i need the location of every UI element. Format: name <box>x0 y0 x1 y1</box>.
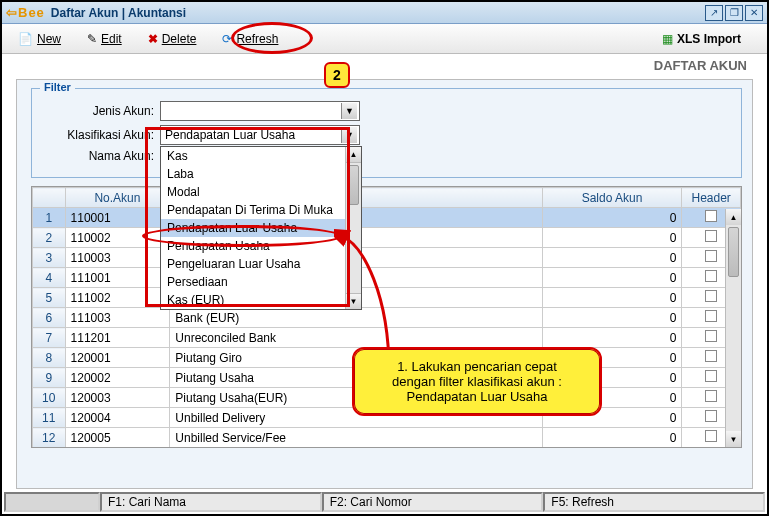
checkbox-icon[interactable] <box>705 350 717 362</box>
dropdown-option[interactable]: Persediaan <box>161 273 361 291</box>
dropdown-option-selected[interactable]: Pendapatan Luar Usaha <box>161 219 361 237</box>
detach-button[interactable]: ↗ <box>705 5 723 21</box>
app-logo: ⇦Bee <box>6 5 45 20</box>
cell-saldo: 0 <box>542 268 682 288</box>
table-row[interactable]: 11100010 <box>33 208 741 228</box>
checkbox-icon[interactable] <box>705 430 717 442</box>
table-row[interactable]: 31100030 <box>33 248 741 268</box>
checkbox-icon[interactable] <box>705 250 717 262</box>
col-saldo[interactable]: Saldo Akun <box>542 188 682 208</box>
status-f5: F5: Refresh <box>543 492 765 512</box>
row-number: 8 <box>33 348 66 368</box>
annotation-callout-1: 1. Lakukan pencarian cepatdengan filter … <box>352 347 602 416</box>
row-number: 2 <box>33 228 66 248</box>
status-bar: F1: Cari Nama F2: Cari Nomor F5: Refresh <box>4 492 765 512</box>
scroll-down-icon[interactable]: ▼ <box>726 431 741 447</box>
checkbox-icon[interactable] <box>705 390 717 402</box>
dropdown-option[interactable]: Pendapatan Usaha <box>161 237 361 255</box>
dropdown-option[interactable]: Pengeluaran Luar Usaha <box>161 255 361 273</box>
edit-button[interactable]: ✎ Edit <box>79 29 130 49</box>
cell-noakun: 111002 <box>65 288 170 308</box>
jenis-akun-select[interactable]: ▼ <box>160 101 360 121</box>
dropdown-option[interactable]: Modal <box>161 183 361 201</box>
jenis-akun-label: Jenis Akun: <box>44 104 154 118</box>
annotation-step-2: 2 <box>324 62 350 88</box>
status-f1: F1: Cari Nama <box>100 492 322 512</box>
chevron-down-icon: ▼ <box>341 103 357 119</box>
cell-saldo: 0 <box>542 248 682 268</box>
maximize-button[interactable]: ❐ <box>725 5 743 21</box>
checkbox-icon[interactable] <box>705 270 717 282</box>
nama-akun-label: Nama Akun: <box>44 149 154 163</box>
dropdown-scrollbar[interactable]: ▲ ▼ <box>345 147 361 309</box>
table-row[interactable]: 41110010 <box>33 268 741 288</box>
table-row[interactable]: 7111201Unreconciled Bank0 <box>33 328 741 348</box>
col-header[interactable]: Header <box>682 188 741 208</box>
cell-nama: Unreconciled Bank <box>170 328 542 348</box>
cell-noakun: 120004 <box>65 408 170 428</box>
cell-noakun: 110001 <box>65 208 170 228</box>
scroll-up-icon[interactable]: ▲ <box>346 147 361 163</box>
row-number: 5 <box>33 288 66 308</box>
toolbar: 📄 New ✎ Edit ✖ Delete ⟳ Refresh ▦ XLS Im… <box>2 24 767 54</box>
checkbox-icon[interactable] <box>705 230 717 242</box>
callout-text: 1. Lakukan pencarian cepatdengan filter … <box>392 359 562 404</box>
scroll-down-icon[interactable]: ▼ <box>346 293 361 309</box>
dropdown-option[interactable]: Kas (EUR) <box>161 291 361 309</box>
excel-icon: ▦ <box>662 32 673 46</box>
refresh-icon: ⟳ <box>222 32 232 46</box>
table-row[interactable]: 6111003Bank (EUR)0 <box>33 308 741 328</box>
titlebar: ⇦Bee Daftar Akun | Akuntansi ↗ ❐ ✕ <box>2 2 767 24</box>
klasifikasi-akun-select[interactable]: Pendapatan Luar Usaha ▼ Kas Laba Modal P… <box>160 125 360 145</box>
checkbox-icon[interactable] <box>705 310 717 322</box>
row-number: 6 <box>33 308 66 328</box>
delete-button[interactable]: ✖ Delete <box>140 29 205 49</box>
row-number: 11 <box>33 408 66 428</box>
row-number: 12 <box>33 428 66 448</box>
cell-noakun: 110002 <box>65 228 170 248</box>
table-scrollbar[interactable]: ▲ ▼ <box>725 209 741 447</box>
status-f2: F2: Cari Nomor <box>322 492 544 512</box>
cell-saldo: 0 <box>542 228 682 248</box>
col-noakun[interactable]: No.Akun <box>65 188 170 208</box>
cell-saldo: 0 <box>542 428 682 448</box>
cell-noakun: 120003 <box>65 388 170 408</box>
new-icon: 📄 <box>18 32 33 46</box>
page-title: DAFTAR AKUN <box>2 54 767 73</box>
refresh-button[interactable]: ⟳ Refresh <box>214 29 286 49</box>
table-header-row: No.Akun Saldo Akun Header <box>33 188 741 208</box>
checkbox-icon[interactable] <box>705 210 717 222</box>
scroll-up-icon[interactable]: ▲ <box>726 209 741 225</box>
checkbox-icon[interactable] <box>705 290 717 302</box>
cell-nama: Unbilled Service/Fee <box>170 428 542 448</box>
cell-noakun: 120005 <box>65 428 170 448</box>
status-cell-empty <box>4 492 100 512</box>
dropdown-option[interactable]: Pendapatan Di Terima Di Muka <box>161 201 361 219</box>
klasifikasi-dropdown[interactable]: Kas Laba Modal Pendapatan Di Terima Di M… <box>160 146 362 310</box>
main-panel: Filter Jenis Akun: ▼ Klasifikasi Akun: P… <box>16 79 753 489</box>
cell-saldo: 0 <box>542 308 682 328</box>
scroll-thumb[interactable] <box>348 165 359 205</box>
delete-icon: ✖ <box>148 32 158 46</box>
checkbox-icon[interactable] <box>705 370 717 382</box>
edit-icon: ✎ <box>87 32 97 46</box>
checkbox-icon[interactable] <box>705 330 717 342</box>
table-row[interactable]: 21100020 <box>33 228 741 248</box>
close-button[interactable]: ✕ <box>745 5 763 21</box>
table-row[interactable]: 5111002Bank0 <box>33 288 741 308</box>
dropdown-option[interactable]: Laba <box>161 165 361 183</box>
dropdown-option[interactable]: Kas <box>161 147 361 165</box>
filter-legend: Filter <box>40 81 75 93</box>
cell-noakun: 111003 <box>65 308 170 328</box>
row-number: 9 <box>33 368 66 388</box>
table-row[interactable]: 12120005Unbilled Service/Fee0 <box>33 428 741 448</box>
col-rownum[interactable] <box>33 188 66 208</box>
row-number: 3 <box>33 248 66 268</box>
scroll-thumb[interactable] <box>728 227 739 277</box>
new-button[interactable]: 📄 New <box>10 29 69 49</box>
chevron-down-icon: ▼ <box>341 127 357 143</box>
row-number: 4 <box>33 268 66 288</box>
checkbox-icon[interactable] <box>705 410 717 422</box>
xls-import-button[interactable]: ▦ XLS Import <box>654 29 749 49</box>
cell-noakun: 110003 <box>65 248 170 268</box>
